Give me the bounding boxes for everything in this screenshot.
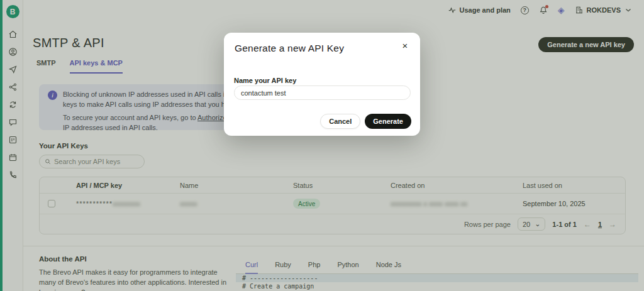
modal-title: Generate a new API Key — [235, 43, 344, 54]
api-key-name-input[interactable] — [234, 85, 411, 100]
brevo-app-window: B U — [0, 0, 644, 291]
modal-actions: Cancel Generate — [320, 114, 411, 129]
close-icon[interactable]: × — [398, 39, 412, 53]
generate-button[interactable]: Generate — [365, 114, 411, 129]
generate-api-key-modal: Generate a new API Key × Name your API k… — [224, 33, 420, 136]
cancel-button[interactable]: Cancel — [320, 114, 360, 129]
api-key-name-label: Name your API key — [234, 77, 296, 84]
